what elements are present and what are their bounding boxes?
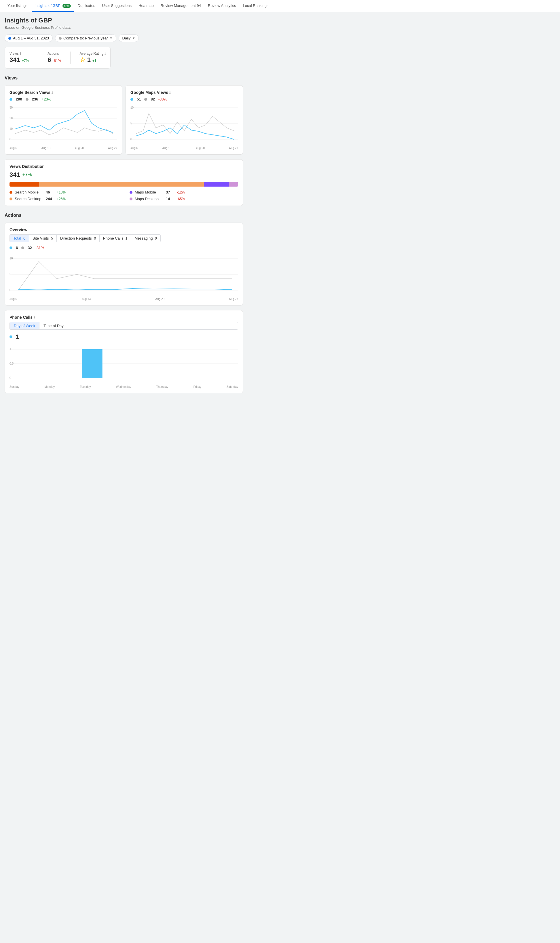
svg-text:20: 20	[9, 117, 13, 120]
google-maps-card: Google Maps Views ℹ 51 82 -38% 10	[126, 85, 243, 155]
actions-metric: Actions 6 -81%	[48, 52, 61, 64]
actions-overview-title: Overview	[9, 228, 238, 232]
phone-chart-svg: 1 0.5 0	[9, 346, 238, 384]
maps-x-axis: Aug 6 Aug 13 Aug 20 Aug 27	[131, 146, 238, 150]
maps-info-icon[interactable]: ℹ	[169, 91, 171, 94]
maps-current-dot	[131, 98, 133, 101]
svg-text:0: 0	[9, 289, 11, 292]
phone-value: 1	[16, 333, 19, 341]
search-desktop-change: +26%	[57, 197, 66, 201]
star-icon: ☆	[80, 56, 86, 63]
actions-prev-dot	[21, 246, 24, 249]
maps-desktop-bar	[229, 182, 238, 186]
search-change: +23%	[42, 97, 51, 102]
search-desktop-label: Search Desktop	[15, 197, 43, 201]
svg-text:10: 10	[131, 106, 134, 109]
distribution-card: Views Distribution 341 +7% Search Mobile…	[5, 159, 243, 206]
distribution-change: +7%	[23, 172, 32, 177]
search-desktop-bar	[39, 182, 204, 186]
compare-dot	[59, 37, 62, 40]
search-desktop-item: Search Desktop 244 +26%	[9, 197, 118, 201]
views-change: +7%	[22, 59, 29, 63]
rating-info-icon[interactable]: ℹ	[105, 52, 106, 55]
maps-change: -38%	[158, 97, 167, 102]
page-subtitle: Based on Google Business Profile data.	[5, 25, 243, 30]
search-mobile-bar	[9, 182, 39, 186]
tab-day-of-week[interactable]: Day of Week	[10, 322, 40, 329]
search-desktop-dot	[9, 197, 12, 200]
actions-overview-card: Overview Total 6 Site Visits 5 Direction…	[5, 223, 243, 306]
maps-legend: 51 82 -38%	[131, 97, 238, 102]
page-title: Insights of GBP	[5, 17, 243, 24]
new-badge: new	[63, 4, 71, 8]
nav-user-suggestions[interactable]: User Suggestions	[99, 0, 134, 12]
phone-legend: 1	[9, 333, 238, 341]
distribution-total: 341 +7%	[9, 171, 238, 178]
svg-text:10: 10	[9, 127, 13, 131]
maps-mobile-label: Maps Mobile	[135, 190, 163, 194]
phone-calls-card: Phone Calls ℹ Day of Week Time of Day 1 …	[5, 310, 243, 393]
tab-direction-requests[interactable]: Direction Requests 0	[57, 235, 100, 242]
phone-x-axis: Sunday Monday Tuesday Wednesday Thursday…	[9, 385, 238, 388]
svg-text:10: 10	[9, 257, 13, 260]
svg-text:1: 1	[9, 348, 11, 351]
nav-duplicates[interactable]: Duplicates	[75, 0, 98, 12]
search-prev-val: 236	[32, 97, 38, 102]
nav-insights-gbp[interactable]: Insights of GBP new	[32, 0, 74, 12]
actions-section: Actions Overview Total 6 Site Visits 5 D…	[5, 211, 243, 393]
actions-section-title: Actions	[5, 211, 243, 219]
maps-desktop-change: -65%	[177, 197, 185, 201]
search-prev-dot	[26, 98, 29, 101]
svg-text:5: 5	[9, 273, 11, 276]
nav-local-rankings[interactable]: Local Rankings	[240, 0, 271, 12]
nav-review-management[interactable]: Review Management 94	[158, 0, 204, 12]
svg-text:0: 0	[9, 376, 11, 380]
maps-mobile-change: -12%	[177, 190, 185, 194]
maps-chart-svg: 10 5 0	[131, 105, 238, 145]
compare-filter[interactable]: Compare to: Previous year ▼	[55, 34, 116, 42]
tab-total[interactable]: Total 6	[10, 235, 29, 242]
nav-your-listings[interactable]: Your listings	[5, 0, 31, 12]
svg-text:0.5: 0.5	[9, 362, 14, 365]
maps-desktop-val: 14	[166, 197, 174, 201]
views-section: Views Google Search Views ℹ 290 236 +23%	[5, 73, 243, 206]
rating-change: +1	[92, 59, 97, 63]
maps-current-val: 51	[137, 97, 141, 102]
maps-desktop-label: Maps Desktop	[135, 197, 163, 201]
tab-phone-calls[interactable]: Phone Calls 1	[100, 235, 131, 242]
views-info-icon[interactable]: ℹ	[20, 52, 21, 55]
tab-time-of-day[interactable]: Time of Day	[40, 322, 68, 329]
date-range-filter[interactable]: Aug 1 – Aug 31, 2023	[5, 34, 53, 42]
tab-site-visits[interactable]: Site Visits 5	[29, 235, 57, 242]
svg-text:5: 5	[131, 122, 132, 125]
views-metric: Views ℹ 341 +7%	[9, 52, 29, 64]
search-info-icon[interactable]: ℹ	[52, 91, 53, 94]
chevron-down-icon: ▼	[110, 37, 112, 40]
rating-value: ☆ 1 +1	[80, 56, 106, 64]
actions-change: -81%	[53, 59, 61, 63]
maps-mobile-val: 37	[166, 190, 174, 194]
nav-review-analytics[interactable]: Review Analytics	[205, 0, 239, 12]
svg-text:0: 0	[131, 138, 132, 141]
filters-bar: Aug 1 – Aug 31, 2023 Compare to: Previou…	[5, 34, 243, 42]
maps-mobile-bar	[204, 182, 229, 186]
phone-info-icon[interactable]: ℹ	[34, 315, 35, 319]
nav-heatmap[interactable]: Heatmap	[135, 0, 157, 12]
search-mobile-val: 46	[46, 190, 54, 194]
tab-messaging[interactable]: Messaging 0	[131, 235, 160, 242]
search-mobile-dot	[9, 191, 12, 194]
phone-calls-title: Phone Calls ℹ	[9, 315, 238, 320]
date-range-label: Aug 1 – Aug 31, 2023	[13, 36, 49, 40]
actions-label: Actions	[48, 52, 59, 55]
views-section-title: Views	[5, 73, 243, 82]
google-maps-title: Google Maps Views ℹ	[131, 90, 238, 95]
period-filter[interactable]: Daily ▼	[118, 34, 139, 42]
views-chart-row: Google Search Views ℹ 290 236 +23%	[5, 85, 243, 155]
maps-desktop-item: Maps Desktop 14 -65%	[129, 197, 238, 201]
distribution-bar	[9, 182, 238, 186]
actions-value: 6 -81%	[48, 56, 61, 64]
chevron-down-icon: ▼	[132, 37, 135, 40]
search-x-axis: Aug 6 Aug 13 Aug 20 Aug 27	[9, 146, 117, 150]
maps-prev-val: 82	[151, 97, 155, 102]
period-label: Daily	[122, 36, 131, 40]
